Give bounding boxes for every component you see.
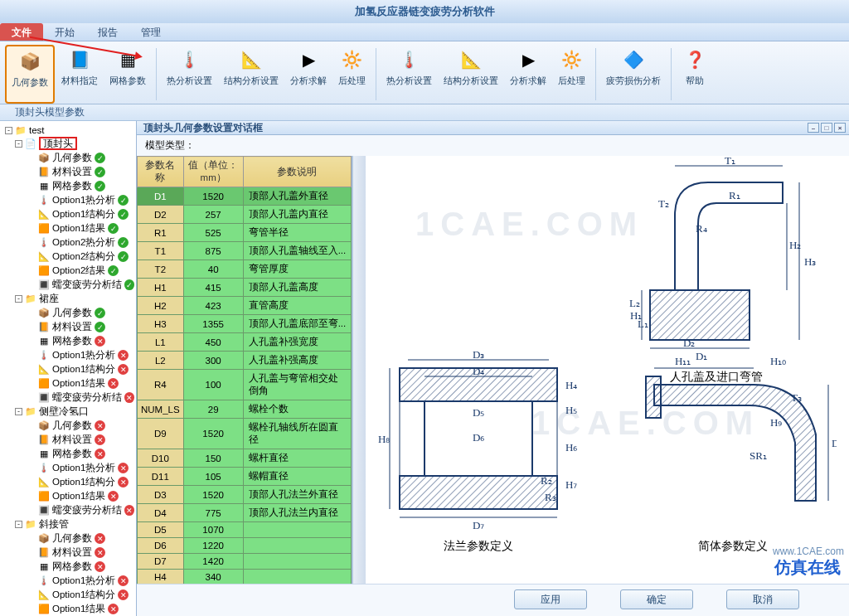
- param-row[interactable]: H2423直管高度: [138, 297, 352, 315]
- param-value[interactable]: 105: [183, 468, 243, 486]
- param-row[interactable]: D51070: [138, 522, 352, 538]
- param-value[interactable]: 1355: [183, 315, 243, 333]
- param-value[interactable]: 775: [183, 504, 243, 522]
- tree-item[interactable]: 🟧Option2结果✓: [0, 264, 136, 278]
- tree-item[interactable]: 🟧Option1结果✓: [0, 221, 136, 235]
- project-tree[interactable]: -📁test-📄顶封头📦几何参数✓📙材料设置✓▦网格参数✓🌡️Option1热分…: [0, 121, 137, 616]
- window-min-icon[interactable]: –: [808, 123, 819, 133]
- menu-报告[interactable]: 报告: [86, 23, 129, 41]
- col-param-name[interactable]: 参数名称: [138, 157, 184, 187]
- param-value[interactable]: 875: [183, 242, 243, 260]
- tree-item[interactable]: 📦几何参数✕: [0, 419, 136, 433]
- cancel-button[interactable]: 取消: [726, 589, 799, 609]
- tree-item[interactable]: 📐Option1结构分✓: [0, 207, 136, 221]
- tree-item[interactable]: 📦几何参数✕: [0, 531, 136, 546]
- param-row[interactable]: T240弯管厚度: [138, 260, 352, 279]
- param-value[interactable]: 1520: [183, 419, 243, 449]
- param-value[interactable]: 1220: [183, 538, 243, 554]
- param-value[interactable]: 257: [183, 206, 243, 224]
- tree-item[interactable]: 🌡️Option1热分析✕: [0, 348, 136, 362]
- ribbon-帮助-12[interactable]: ❓帮助: [677, 45, 713, 104]
- param-row[interactable]: D71420: [138, 554, 352, 570]
- tree-item[interactable]: 🌡️Option2热分析✓: [0, 235, 136, 250]
- window-max-icon[interactable]: □: [821, 123, 832, 133]
- table-scrollbar[interactable]: [352, 156, 366, 584]
- tree-item[interactable]: 🔳蠕变疲劳分析结✓: [0, 278, 136, 292]
- param-value[interactable]: 415: [183, 279, 243, 297]
- tree-item[interactable]: 🔳蠕变疲劳分析结✕: [0, 390, 136, 405]
- menu-管理[interactable]: 管理: [129, 23, 172, 41]
- param-row[interactable]: L2300人孔盖补强高度: [138, 352, 352, 370]
- param-row[interactable]: D4775顶部人孔法兰内直径: [138, 504, 352, 522]
- ribbon-结构分析设置-8[interactable]: 📐结构分析设置: [439, 45, 503, 104]
- menu-开始[interactable]: 开始: [43, 23, 86, 41]
- tree-item[interactable]: 📐Option1结构分✕: [0, 475, 136, 489]
- ribbon-几何参数-0[interactable]: 📦几何参数: [5, 45, 55, 104]
- param-row[interactable]: L1450人孔盖补强宽度: [138, 333, 352, 352]
- col-param-value[interactable]: 值（单位：mm）: [183, 157, 243, 187]
- tree-item[interactable]: 📙材料设置✕: [0, 546, 136, 560]
- expander-icon[interactable]: -: [15, 521, 22, 528]
- param-value[interactable]: 29: [183, 400, 243, 419]
- tree-item[interactable]: 📦几何参数✓: [0, 306, 136, 320]
- param-row[interactable]: H4340: [138, 570, 352, 584]
- col-param-desc[interactable]: 参数说明: [243, 157, 351, 187]
- tree-item[interactable]: ▦网格参数✕: [0, 447, 136, 461]
- expander-icon[interactable]: -: [15, 140, 22, 148]
- param-row[interactable]: D10150螺杆直径: [138, 449, 352, 468]
- tree-item[interactable]: 📐Option1结构分✕: [0, 588, 136, 602]
- ribbon-后处理-6[interactable]: 🔆后处理: [333, 45, 371, 104]
- tree-item[interactable]: 📐Option2结构分✓: [0, 250, 136, 264]
- tree-item[interactable]: 📙材料设置✓: [0, 165, 136, 179]
- param-row[interactable]: H1415顶部人孔盖高度: [138, 279, 352, 297]
- tree-item[interactable]: 🟧Option1结果✕: [0, 489, 136, 503]
- tree-item[interactable]: -📁侧壁冷氢口: [0, 405, 136, 419]
- ribbon-分析求解-9[interactable]: ▶分析求解: [505, 45, 551, 104]
- ribbon-疲劳损伤分析-11[interactable]: 🔷疲劳损伤分析: [601, 45, 666, 104]
- ribbon-热分析设置-7[interactable]: 🌡️热分析设置: [381, 45, 437, 104]
- param-row[interactable]: H31355顶部人孔盖底部至弯...: [138, 315, 352, 333]
- ribbon-材料指定-1[interactable]: 📘材料指定: [56, 45, 103, 104]
- tree-item[interactable]: -📁test: [0, 124, 136, 137]
- tree-item[interactable]: ▦网格参数✓: [0, 179, 136, 193]
- param-row[interactable]: T1875顶部人孔盖轴线至入...: [138, 242, 352, 260]
- param-row[interactable]: D11105螺帽直径: [138, 468, 352, 486]
- param-row[interactable]: D2257顶部人孔盖内直径: [138, 206, 352, 224]
- ok-button[interactable]: 确定: [620, 589, 693, 609]
- param-value[interactable]: 1520: [183, 486, 243, 504]
- tree-item[interactable]: 🔳蠕变疲劳分析结✕: [0, 503, 136, 517]
- param-value[interactable]: 340: [183, 570, 243, 584]
- apply-button[interactable]: 应用: [514, 589, 587, 609]
- param-value[interactable]: 1070: [183, 522, 243, 538]
- expander-icon[interactable]: -: [5, 127, 12, 134]
- param-value[interactable]: 300: [183, 352, 243, 370]
- param-value[interactable]: 40: [183, 260, 243, 279]
- tree-item[interactable]: 🌡️Option1热分析✕: [0, 461, 136, 475]
- tree-item[interactable]: -📁裙座: [0, 292, 136, 306]
- parameter-table[interactable]: 参数名称 值（单位：mm） 参数说明 D11520顶部人孔盖外直径D2257顶部…: [137, 156, 352, 584]
- param-value[interactable]: 1520: [183, 187, 243, 206]
- param-value[interactable]: 525: [183, 224, 243, 242]
- tree-item[interactable]: 📙材料设置✓: [0, 320, 136, 334]
- tree-item[interactable]: 🌡️Option1热分析✕: [0, 574, 136, 588]
- param-row[interactable]: D61220: [138, 538, 352, 554]
- tree-item[interactable]: 🟧Option1结果✕: [0, 602, 136, 616]
- expander-icon[interactable]: -: [15, 295, 22, 303]
- param-value[interactable]: 450: [183, 333, 243, 352]
- param-row[interactable]: D31520顶部人孔法兰外直径: [138, 486, 352, 504]
- expander-icon[interactable]: -: [15, 408, 22, 415]
- tree-item[interactable]: 📙材料设置✕: [0, 433, 136, 447]
- ribbon-结构分析设置-4[interactable]: 📐结构分析设置: [219, 45, 284, 104]
- ribbon-后处理-10[interactable]: 🔆后处理: [553, 45, 590, 104]
- tree-item[interactable]: 🟧Option1结果✕: [0, 376, 136, 390]
- param-row[interactable]: R1525弯管半径: [138, 224, 352, 242]
- tree-item[interactable]: ▦网格参数✕: [0, 334, 136, 348]
- param-value[interactable]: 100: [183, 370, 243, 400]
- tree-item[interactable]: -📁斜接管: [0, 517, 136, 531]
- ribbon-热分析设置-3[interactable]: 🌡️热分析设置: [162, 45, 217, 104]
- param-row[interactable]: NUM_LS29螺栓个数: [138, 400, 352, 419]
- tree-item[interactable]: ▦网格参数✕: [0, 560, 136, 574]
- tree-item[interactable]: 📐Option1结构分✕: [0, 362, 136, 376]
- window-close-icon[interactable]: ×: [834, 123, 846, 133]
- tree-item[interactable]: -📄顶封头: [0, 137, 136, 151]
